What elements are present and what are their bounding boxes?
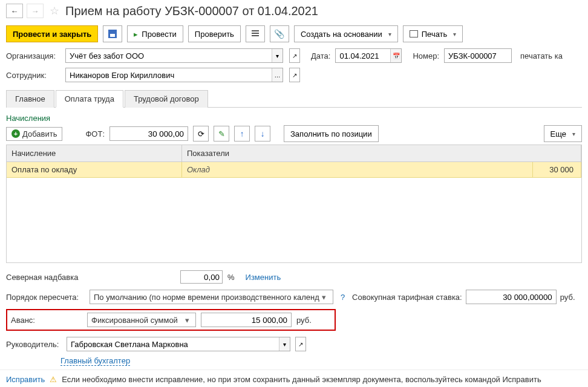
add-button[interactable]: + Добавить	[6, 127, 62, 141]
nav-back-button[interactable]: ←	[6, 4, 23, 18]
footer-note: Если необходимо внести исправление, но п…	[62, 375, 541, 384]
table-row[interactable]: Оплата по окладу Оклад 30 000	[7, 162, 581, 178]
percent-label: %	[227, 273, 235, 282]
date-input[interactable]	[336, 49, 390, 62]
attach-button[interactable]: 📎	[270, 25, 289, 42]
check-button[interactable]: Проверить	[188, 25, 241, 42]
col-name: Начисление	[7, 145, 182, 161]
help-link[interactable]: ?	[341, 293, 345, 302]
manager-dropdown-button[interactable]: ▾	[279, 337, 290, 351]
manager-input[interactable]	[67, 337, 279, 351]
chevron-down-icon[interactable]: ▾	[319, 293, 329, 302]
tab-main[interactable]: Главное	[6, 90, 54, 108]
commit-button[interactable]: ▸Провести	[127, 25, 183, 42]
save-button[interactable]	[103, 25, 122, 42]
number-label: Номер:	[413, 51, 439, 60]
warning-icon: ⚠	[50, 375, 57, 384]
commit-close-button[interactable]: Провести и закрыть	[6, 25, 98, 42]
arrow-down-icon: ↓	[261, 129, 265, 138]
refresh-button[interactable]: ⟳	[193, 126, 209, 141]
north-input[interactable]	[180, 270, 223, 284]
down-button[interactable]: ↓	[255, 126, 270, 141]
avans-input[interactable]	[201, 313, 292, 327]
printer-icon	[410, 30, 418, 37]
date-field[interactable]: 📅	[335, 48, 402, 63]
org-label: Организация:	[6, 51, 60, 60]
create-based-button[interactable]: Создать на основании	[294, 25, 398, 42]
commit-icon: ▸	[134, 30, 138, 39]
print-as-label: печатать ка	[520, 51, 563, 60]
more-button[interactable]: Еще	[544, 125, 582, 142]
fill-position-button[interactable]: Заполнить по позиции	[284, 125, 379, 142]
list-button[interactable]	[246, 25, 265, 42]
up-button[interactable]: ↑	[234, 126, 250, 141]
list-icon	[252, 30, 259, 37]
org-input[interactable]	[66, 49, 272, 62]
manager-position-link[interactable]: Главный бухгалтер	[60, 356, 130, 366]
date-label: Дата:	[311, 51, 330, 60]
nav-forward-button[interactable]: →	[27, 4, 44, 18]
avans-label: Аванс:	[11, 316, 82, 325]
save-icon	[108, 30, 117, 38]
total-rate-label: Совокупная тарифная ставка:	[352, 293, 462, 302]
recalc-label: Порядок пересчета:	[6, 293, 86, 302]
favorite-icon[interactable]: ☆	[50, 4, 59, 18]
chevron-down-icon[interactable]: ▾	[182, 316, 192, 325]
page-title: Прием на работу УБЗК-000007 от 01.04.202…	[65, 4, 318, 18]
fix-link[interactable]: Исправить	[6, 375, 45, 384]
plus-icon: +	[11, 129, 20, 138]
manager-open-button[interactable]: ↗	[295, 337, 306, 351]
pencil-icon: ✎	[218, 129, 225, 138]
col-indicators: Показатели	[182, 145, 581, 161]
row-name: Оплата по окладу	[7, 162, 182, 177]
manager-label: Руководитель:	[6, 340, 63, 349]
employee-more-button[interactable]: …	[272, 68, 283, 82]
row-value: 30 000	[533, 162, 581, 177]
org-field[interactable]: ▾	[65, 48, 283, 63]
manager-field[interactable]: ▾	[67, 337, 290, 351]
row-indicator: Оклад	[182, 162, 533, 177]
avans-unit: руб.	[296, 316, 312, 325]
refresh-icon: ⟳	[198, 129, 204, 138]
arrow-up-icon: ↑	[240, 129, 244, 138]
change-link[interactable]: Изменить	[246, 273, 281, 282]
recalc-field[interactable]: По умолчанию (по норме времени производс…	[90, 290, 333, 304]
north-label: Северная надбавка	[6, 273, 175, 282]
total-rate-input[interactable]	[466, 290, 557, 304]
accruals-table: Начисление Показатели Оплата по окладу О…	[6, 145, 582, 263]
employee-field[interactable]: …	[65, 68, 283, 82]
employee-open-button[interactable]: ↗	[289, 68, 300, 82]
fot-label: ФОТ:	[85, 129, 105, 138]
table-empty-area	[7, 178, 581, 262]
avans-mode-field[interactable]: Фиксированной суммой ▾	[87, 313, 196, 327]
accruals-title: Начисления	[6, 114, 582, 123]
avans-section: Аванс: Фиксированной суммой ▾ руб.	[6, 309, 336, 331]
number-input[interactable]	[445, 49, 511, 62]
print-button[interactable]: Печать	[403, 25, 463, 42]
tab-salary[interactable]: Оплата труда	[56, 90, 123, 108]
calendar-button[interactable]: 📅	[390, 49, 401, 62]
table-header: Начисление Показатели	[7, 145, 581, 162]
rub-label: руб.	[560, 293, 575, 302]
employee-input[interactable]	[66, 68, 272, 82]
org-open-button[interactable]: ↗	[289, 48, 300, 63]
org-dropdown-button[interactable]: ▾	[272, 49, 283, 62]
number-field[interactable]	[444, 48, 512, 63]
fot-input[interactable]	[109, 126, 188, 141]
clip-icon: 📎	[274, 29, 284, 39]
edit-button[interactable]: ✎	[214, 126, 229, 141]
tab-contract[interactable]: Трудовой договор	[125, 90, 208, 108]
employee-label: Сотрудник:	[6, 71, 60, 80]
tabs: Главное Оплата труда Трудовой договор	[6, 89, 582, 108]
